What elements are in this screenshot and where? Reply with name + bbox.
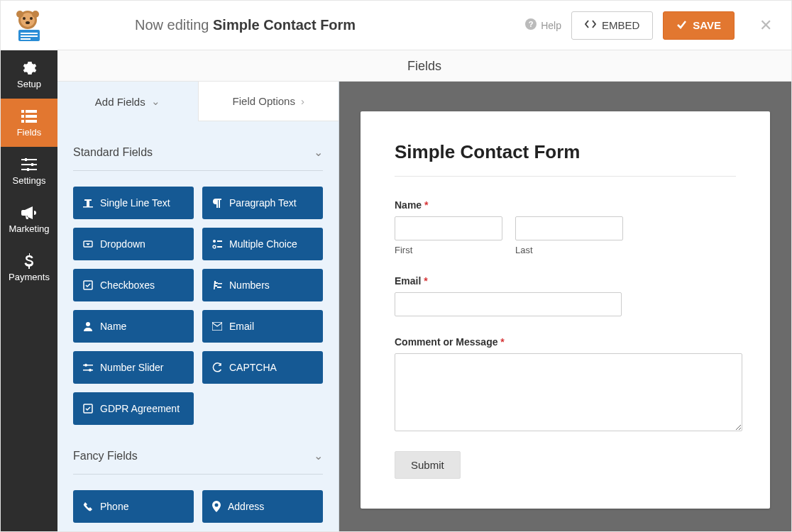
- group-standard-fields[interactable]: Standard Fields ⌄: [73, 121, 323, 171]
- field-captcha[interactable]: CAPTCHA: [202, 351, 323, 384]
- help-link[interactable]: ? Help: [525, 18, 561, 32]
- group-fancy-fields[interactable]: Fancy Fields ⌄: [73, 425, 323, 475]
- field-paragraph-text[interactable]: Paragraph Text: [202, 187, 323, 219]
- nav-fields[interactable]: Fields: [1, 99, 57, 147]
- nav-label: Marketing: [9, 223, 49, 234]
- chevron-down-icon: ⌄: [314, 145, 323, 159]
- svg-rect-18: [26, 120, 37, 123]
- svg-point-29: [213, 245, 216, 248]
- close-button[interactable]: ✕: [752, 16, 780, 35]
- field-number-slider[interactable]: Number Slider: [73, 351, 194, 384]
- svg-rect-28: [217, 240, 222, 242]
- nav-label: Payments: [9, 272, 50, 282]
- field-address[interactable]: Address: [202, 490, 323, 523]
- close-icon: ✕: [759, 16, 772, 34]
- editing-title: Now editing Simple Contact Form: [0, 17, 525, 33]
- nav-label: Fields: [17, 127, 42, 138]
- chevron-down-icon: ⌄: [151, 95, 160, 108]
- form-card[interactable]: Simple Contact Form Name * First Last Em…: [361, 111, 770, 509]
- field-email[interactable]: Email: [202, 310, 323, 343]
- svg-rect-30: [217, 246, 222, 248]
- left-nav: Setup Fields Settings Marketing Payments: [1, 50, 57, 531]
- sliders-icon: [21, 157, 37, 172]
- label-message: Comment or Message *: [395, 336, 736, 348]
- input-message[interactable]: [395, 353, 742, 431]
- svg-rect-16: [26, 115, 37, 118]
- svg-rect-20: [25, 158, 27, 161]
- field-numbers[interactable]: Numbers: [202, 269, 323, 301]
- field-phone[interactable]: Phone: [73, 490, 194, 523]
- sublabel-first: First: [395, 245, 502, 255]
- field-dropdown[interactable]: Dropdown: [73, 228, 194, 260]
- nav-label: Settings: [13, 175, 46, 186]
- sublabel-last: Last: [515, 245, 623, 255]
- svg-rect-19: [21, 159, 37, 160]
- svg-rect-15: [21, 115, 24, 118]
- nav-label: Setup: [17, 79, 41, 89]
- svg-text:?: ?: [529, 20, 534, 28]
- help-icon: ?: [525, 18, 537, 32]
- section-title: Fields: [57, 50, 791, 82]
- svg-rect-9: [21, 35, 38, 37]
- editing-prefix: Now editing: [135, 17, 213, 33]
- svg-rect-21: [21, 164, 37, 165]
- dollar-icon: [21, 253, 37, 269]
- chevron-down-icon: ⌄: [314, 449, 323, 462]
- svg-rect-17: [21, 120, 24, 123]
- input-last-name[interactable]: [515, 216, 623, 240]
- editing-form-name: Simple Contact Form: [213, 17, 356, 33]
- svg-point-36: [89, 369, 92, 372]
- svg-point-34: [84, 364, 87, 367]
- nav-settings[interactable]: Settings: [1, 147, 57, 195]
- tab-add-fields[interactable]: Add Fields ⌄: [57, 82, 198, 121]
- svg-rect-14: [26, 110, 37, 113]
- submit-button[interactable]: Submit: [395, 451, 461, 479]
- svg-point-32: [86, 322, 90, 326]
- gear-icon: [21, 60, 37, 76]
- svg-point-3: [32, 11, 39, 18]
- input-email[interactable]: [395, 292, 622, 316]
- svg-rect-25: [83, 206, 93, 208]
- fields-panel: Add Fields ⌄ Field Options › Standard Fi…: [57, 82, 339, 532]
- top-bar: Now editing Simple Contact Form ? Help E…: [1, 1, 791, 50]
- svg-point-2: [16, 11, 23, 18]
- nav-payments[interactable]: Payments: [1, 243, 57, 292]
- field-single-line-text[interactable]: Single Line Text: [73, 187, 194, 219]
- svg-rect-24: [27, 168, 29, 171]
- field-multiple-choice[interactable]: Multiple Choice: [202, 228, 323, 260]
- nav-marketing[interactable]: Marketing: [1, 195, 57, 243]
- check-icon: [676, 19, 687, 32]
- chevron-right-icon: ›: [301, 95, 304, 107]
- svg-rect-22: [31, 163, 33, 166]
- label-name: Name *: [395, 199, 736, 211]
- svg-rect-13: [21, 110, 24, 113]
- code-icon: [585, 19, 596, 31]
- nav-setup[interactable]: Setup: [1, 50, 57, 99]
- field-name[interactable]: Name: [73, 310, 194, 343]
- embed-button[interactable]: EMBED: [571, 11, 653, 40]
- input-first-name[interactable]: [395, 216, 502, 240]
- svg-rect-10: [21, 38, 31, 40]
- list-icon: [21, 109, 37, 124]
- form-title: Simple Contact Form: [395, 141, 736, 177]
- form-preview: Simple Contact Form Name * First Last Em…: [339, 82, 791, 532]
- tab-field-options[interactable]: Field Options ›: [198, 82, 339, 121]
- field-gdpr[interactable]: GDPR Agreement: [73, 392, 194, 425]
- bullhorn-icon: [21, 205, 37, 221]
- label-email: Email *: [395, 275, 736, 287]
- field-checkboxes[interactable]: Checkboxes: [73, 269, 194, 301]
- save-button[interactable]: SAVE: [663, 11, 735, 40]
- svg-point-27: [213, 240, 216, 243]
